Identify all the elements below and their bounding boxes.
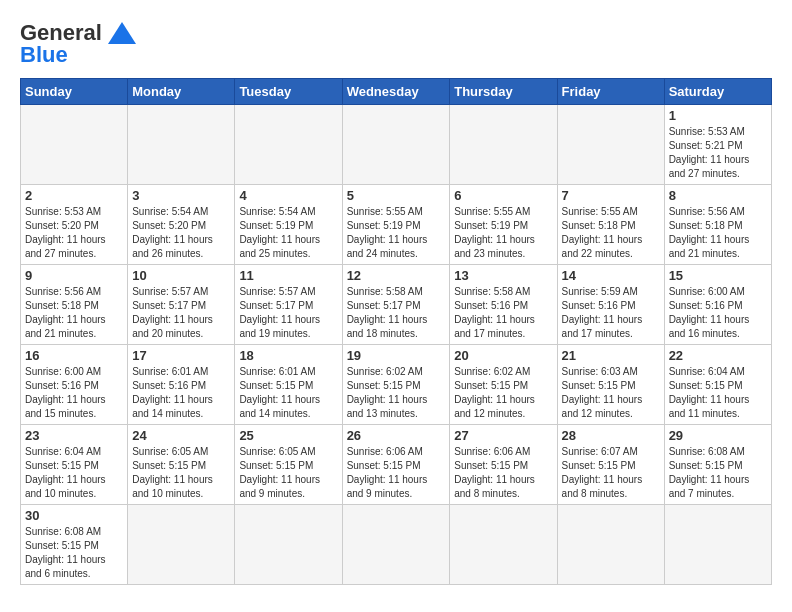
svg-marker-0 <box>108 22 136 44</box>
calendar-week-row: 23Sunrise: 6:04 AM Sunset: 5:15 PM Dayli… <box>21 425 772 505</box>
calendar-cell: 30Sunrise: 6:08 AM Sunset: 5:15 PM Dayli… <box>21 505 128 585</box>
day-number: 2 <box>25 188 123 203</box>
day-info: Sunrise: 6:00 AM Sunset: 5:16 PM Dayligh… <box>25 365 123 421</box>
day-number: 8 <box>669 188 767 203</box>
calendar-cell: 8Sunrise: 5:56 AM Sunset: 5:18 PM Daylig… <box>664 185 771 265</box>
day-header-wednesday: Wednesday <box>342 79 450 105</box>
day-info: Sunrise: 6:06 AM Sunset: 5:15 PM Dayligh… <box>347 445 446 501</box>
day-info: Sunrise: 5:56 AM Sunset: 5:18 PM Dayligh… <box>669 205 767 261</box>
day-number: 5 <box>347 188 446 203</box>
day-number: 14 <box>562 268 660 283</box>
day-number: 1 <box>669 108 767 123</box>
calendar-cell: 19Sunrise: 6:02 AM Sunset: 5:15 PM Dayli… <box>342 345 450 425</box>
day-info: Sunrise: 6:00 AM Sunset: 5:16 PM Dayligh… <box>669 285 767 341</box>
calendar-cell <box>128 505 235 585</box>
calendar-cell: 14Sunrise: 5:59 AM Sunset: 5:16 PM Dayli… <box>557 265 664 345</box>
calendar-cell: 7Sunrise: 5:55 AM Sunset: 5:18 PM Daylig… <box>557 185 664 265</box>
day-number: 22 <box>669 348 767 363</box>
day-info: Sunrise: 6:05 AM Sunset: 5:15 PM Dayligh… <box>239 445 337 501</box>
calendar-cell: 11Sunrise: 5:57 AM Sunset: 5:17 PM Dayli… <box>235 265 342 345</box>
calendar-cell: 22Sunrise: 6:04 AM Sunset: 5:15 PM Dayli… <box>664 345 771 425</box>
day-number: 27 <box>454 428 552 443</box>
day-info: Sunrise: 5:53 AM Sunset: 5:20 PM Dayligh… <box>25 205 123 261</box>
calendar-cell <box>557 105 664 185</box>
calendar-cell: 17Sunrise: 6:01 AM Sunset: 5:16 PM Dayli… <box>128 345 235 425</box>
day-info: Sunrise: 5:57 AM Sunset: 5:17 PM Dayligh… <box>239 285 337 341</box>
calendar-cell: 6Sunrise: 5:55 AM Sunset: 5:19 PM Daylig… <box>450 185 557 265</box>
day-info: Sunrise: 5:54 AM Sunset: 5:20 PM Dayligh… <box>132 205 230 261</box>
day-number: 29 <box>669 428 767 443</box>
calendar-cell: 20Sunrise: 6:02 AM Sunset: 5:15 PM Dayli… <box>450 345 557 425</box>
calendar-cell: 5Sunrise: 5:55 AM Sunset: 5:19 PM Daylig… <box>342 185 450 265</box>
page-header: General Blue <box>20 20 772 68</box>
day-info: Sunrise: 6:08 AM Sunset: 5:15 PM Dayligh… <box>669 445 767 501</box>
calendar-cell <box>450 105 557 185</box>
calendar-week-row: 9Sunrise: 5:56 AM Sunset: 5:18 PM Daylig… <box>21 265 772 345</box>
day-number: 28 <box>562 428 660 443</box>
calendar-cell <box>557 505 664 585</box>
calendar-cell: 26Sunrise: 6:06 AM Sunset: 5:15 PM Dayli… <box>342 425 450 505</box>
day-info: Sunrise: 6:08 AM Sunset: 5:15 PM Dayligh… <box>25 525 123 581</box>
day-info: Sunrise: 5:58 AM Sunset: 5:17 PM Dayligh… <box>347 285 446 341</box>
day-info: Sunrise: 6:07 AM Sunset: 5:15 PM Dayligh… <box>562 445 660 501</box>
day-number: 17 <box>132 348 230 363</box>
day-number: 20 <box>454 348 552 363</box>
day-info: Sunrise: 6:01 AM Sunset: 5:15 PM Dayligh… <box>239 365 337 421</box>
calendar-week-row: 16Sunrise: 6:00 AM Sunset: 5:16 PM Dayli… <box>21 345 772 425</box>
day-header-sunday: Sunday <box>21 79 128 105</box>
day-info: Sunrise: 6:04 AM Sunset: 5:15 PM Dayligh… <box>25 445 123 501</box>
day-number: 4 <box>239 188 337 203</box>
day-number: 26 <box>347 428 446 443</box>
day-number: 11 <box>239 268 337 283</box>
calendar-cell: 29Sunrise: 6:08 AM Sunset: 5:15 PM Dayli… <box>664 425 771 505</box>
day-info: Sunrise: 6:04 AM Sunset: 5:15 PM Dayligh… <box>669 365 767 421</box>
calendar-cell: 1Sunrise: 5:53 AM Sunset: 5:21 PM Daylig… <box>664 105 771 185</box>
day-number: 16 <box>25 348 123 363</box>
day-header-friday: Friday <box>557 79 664 105</box>
day-info: Sunrise: 5:55 AM Sunset: 5:19 PM Dayligh… <box>347 205 446 261</box>
calendar-cell <box>342 105 450 185</box>
day-info: Sunrise: 6:05 AM Sunset: 5:15 PM Dayligh… <box>132 445 230 501</box>
calendar-cell: 13Sunrise: 5:58 AM Sunset: 5:16 PM Dayli… <box>450 265 557 345</box>
calendar-week-row: 2Sunrise: 5:53 AM Sunset: 5:20 PM Daylig… <box>21 185 772 265</box>
day-info: Sunrise: 6:03 AM Sunset: 5:15 PM Dayligh… <box>562 365 660 421</box>
calendar-cell <box>235 505 342 585</box>
calendar-cell <box>128 105 235 185</box>
calendar-cell: 3Sunrise: 5:54 AM Sunset: 5:20 PM Daylig… <box>128 185 235 265</box>
calendar-cell: 25Sunrise: 6:05 AM Sunset: 5:15 PM Dayli… <box>235 425 342 505</box>
day-info: Sunrise: 6:02 AM Sunset: 5:15 PM Dayligh… <box>347 365 446 421</box>
calendar-cell <box>450 505 557 585</box>
calendar-week-row: 30Sunrise: 6:08 AM Sunset: 5:15 PM Dayli… <box>21 505 772 585</box>
calendar-cell <box>664 505 771 585</box>
day-number: 15 <box>669 268 767 283</box>
calendar-cell: 15Sunrise: 6:00 AM Sunset: 5:16 PM Dayli… <box>664 265 771 345</box>
day-header-thursday: Thursday <box>450 79 557 105</box>
calendar-body: 1Sunrise: 5:53 AM Sunset: 5:21 PM Daylig… <box>21 105 772 585</box>
calendar-cell: 24Sunrise: 6:05 AM Sunset: 5:15 PM Dayli… <box>128 425 235 505</box>
calendar-cell <box>342 505 450 585</box>
day-header-saturday: Saturday <box>664 79 771 105</box>
day-number: 24 <box>132 428 230 443</box>
day-info: Sunrise: 6:01 AM Sunset: 5:16 PM Dayligh… <box>132 365 230 421</box>
day-header-tuesday: Tuesday <box>235 79 342 105</box>
day-number: 10 <box>132 268 230 283</box>
calendar-header-row: SundayMondayTuesdayWednesdayThursdayFrid… <box>21 79 772 105</box>
logo-triangle-icon <box>108 22 136 44</box>
day-number: 12 <box>347 268 446 283</box>
calendar-cell: 12Sunrise: 5:58 AM Sunset: 5:17 PM Dayli… <box>342 265 450 345</box>
day-number: 3 <box>132 188 230 203</box>
day-number: 13 <box>454 268 552 283</box>
calendar-cell: 23Sunrise: 6:04 AM Sunset: 5:15 PM Dayli… <box>21 425 128 505</box>
day-number: 25 <box>239 428 337 443</box>
calendar-cell: 10Sunrise: 5:57 AM Sunset: 5:17 PM Dayli… <box>128 265 235 345</box>
logo-blue-text: Blue <box>20 42 68 68</box>
day-info: Sunrise: 5:58 AM Sunset: 5:16 PM Dayligh… <box>454 285 552 341</box>
calendar-cell <box>21 105 128 185</box>
day-info: Sunrise: 5:56 AM Sunset: 5:18 PM Dayligh… <box>25 285 123 341</box>
calendar-table: SundayMondayTuesdayWednesdayThursdayFrid… <box>20 78 772 585</box>
day-header-monday: Monday <box>128 79 235 105</box>
logo: General Blue <box>20 20 136 68</box>
day-info: Sunrise: 5:57 AM Sunset: 5:17 PM Dayligh… <box>132 285 230 341</box>
day-number: 18 <box>239 348 337 363</box>
day-number: 30 <box>25 508 123 523</box>
